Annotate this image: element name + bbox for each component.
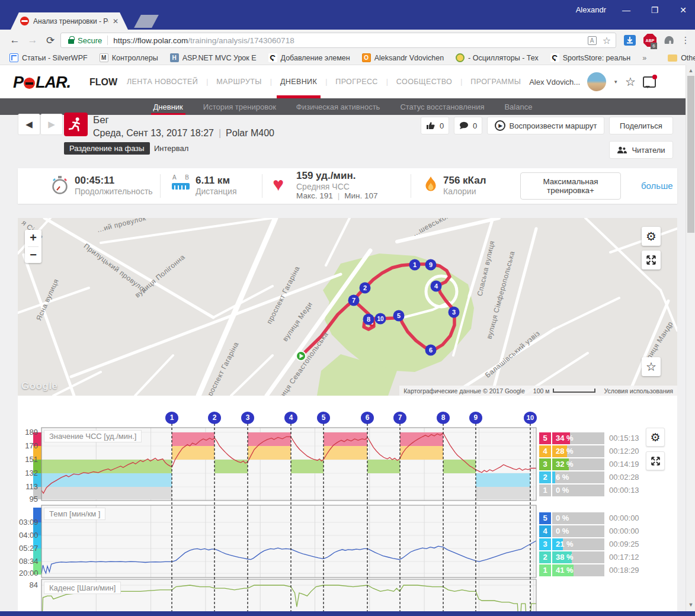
prev-session-button[interactable]: ◀ bbox=[18, 114, 40, 135]
training-benefit-button[interactable]: Максимальная тренировка+ bbox=[520, 172, 621, 200]
evernote-icon[interactable] bbox=[662, 34, 675, 47]
folder-icon bbox=[668, 54, 677, 62]
chart-fullscreen-button[interactable] bbox=[646, 451, 665, 470]
diary-subnav: Дневник История тренировок Физическая ак… bbox=[0, 98, 686, 115]
scroll-up-arrow[interactable]: ▲ bbox=[687, 67, 694, 74]
silverwpf-favicon bbox=[9, 53, 18, 62]
next-session-button[interactable]: ▶ bbox=[40, 114, 63, 135]
comment-button[interactable]: 0 bbox=[454, 117, 482, 134]
forward-icon[interactable]: → bbox=[25, 33, 40, 48]
zone-time: 00:17:12 bbox=[609, 551, 639, 563]
favorites-star-icon[interactable]: ☆ bbox=[625, 75, 636, 89]
nav-programs[interactable]: ПРОГРАММЫ bbox=[462, 65, 529, 98]
phase-number-badge: 10 bbox=[524, 412, 537, 424]
zone-percent: 32 % bbox=[556, 458, 574, 470]
phase-number-badge: 5 bbox=[317, 412, 330, 424]
scrollbar-thumb[interactable] bbox=[687, 76, 694, 233]
bookmark-item[interactable]: Ϛ SportsStore: реальн bbox=[546, 53, 636, 62]
flow-label[interactable]: FLOW bbox=[89, 77, 117, 88]
phase-number-badge: 8 bbox=[437, 412, 450, 424]
browser-tab[interactable]: Анализ тренировки - Po ✕ bbox=[11, 12, 128, 30]
tab-interval[interactable]: Интервал bbox=[154, 144, 188, 153]
download-extension-icon[interactable] bbox=[623, 34, 636, 47]
map-favorite-button[interactable]: ☆ bbox=[642, 357, 661, 376]
scroll-down-arrow[interactable]: ▼ bbox=[687, 601, 694, 608]
subnav-diary[interactable]: Дневник bbox=[153, 98, 183, 115]
bookmark-item[interactable]: H ASP.NET MVC Урок Е bbox=[165, 53, 261, 62]
window-close-button[interactable]: ✕ bbox=[673, 2, 693, 18]
bookmark-item[interactable]: Ϛ Добавление элемен bbox=[264, 53, 355, 62]
zone-percent: 0 % bbox=[556, 525, 569, 537]
zoom-out-button[interactable]: − bbox=[25, 247, 41, 264]
adblock-badge: 6 bbox=[651, 43, 657, 49]
zoom-in-button[interactable]: + bbox=[25, 230, 41, 246]
nav-progress[interactable]: ПРОГРЕСС bbox=[327, 65, 386, 98]
map-settings-button[interactable]: ⚙ bbox=[642, 227, 661, 246]
followers-button[interactable]: Читатели bbox=[609, 141, 673, 159]
map-fullscreen-button[interactable] bbox=[642, 251, 661, 270]
phase-number-badge: 9 bbox=[469, 412, 482, 424]
cyberforum-favicon: Ϛ bbox=[550, 53, 559, 62]
zone-percent: 28 % bbox=[556, 445, 574, 457]
subnav-balance[interactable]: Balance bbox=[504, 98, 532, 115]
chart-settings-button[interactable]: ⚙ bbox=[646, 428, 665, 447]
window-minimize-button[interactable]: — bbox=[616, 2, 636, 18]
bookmark-item[interactable]: Статьи - SilverWPF bbox=[5, 53, 92, 62]
chrome-profile-name[interactable]: Alexandr bbox=[576, 5, 606, 14]
play-route-button[interactable]: ▶ Воспроизвести маршрут bbox=[487, 117, 604, 134]
bottom-edge-bar bbox=[0, 611, 695, 616]
tab-close-icon[interactable]: ✕ bbox=[113, 17, 118, 25]
bookmark-item[interactable]: M Контроллеры bbox=[95, 53, 163, 62]
url-path: /training/analysis/1743060718 bbox=[188, 36, 294, 45]
back-icon[interactable]: ← bbox=[7, 33, 23, 48]
bookmark-item[interactable]: O Aleksandr Vdovichen bbox=[357, 53, 449, 62]
nav-feed[interactable]: ЛЕНТА НОВОСТЕЙ bbox=[118, 65, 206, 98]
cyberforum-favicon: Ϛ bbox=[268, 53, 277, 62]
zone-percent: 38 % bbox=[556, 551, 574, 563]
like-button[interactable]: 0 bbox=[421, 117, 449, 134]
star-icon: ☆ bbox=[646, 360, 656, 374]
phase-number-badge: 2 bbox=[208, 412, 221, 424]
window-maximize-button[interactable]: ❐ bbox=[645, 2, 665, 18]
bookmarks-overflow-chevron[interactable]: » bbox=[638, 54, 651, 62]
polar-logo[interactable]: PLAR. bbox=[13, 73, 71, 92]
zone-number: 3 bbox=[539, 538, 551, 550]
route-map[interactable]: 19247351086 Прилуцький провулок...ий про… bbox=[18, 218, 677, 396]
zone-percent: 21 % bbox=[556, 538, 574, 550]
tab-phases[interactable]: Разделение на фазы bbox=[64, 142, 150, 155]
play-icon: ▶ bbox=[495, 120, 505, 131]
avatar[interactable] bbox=[587, 72, 606, 91]
nav-diary[interactable]: ДНЕВНИК bbox=[272, 65, 325, 98]
translate-icon[interactable]: A bbox=[588, 36, 597, 45]
nav-routes[interactable]: МАРШРУТЫ bbox=[208, 65, 270, 98]
map-scale-label: 100 м bbox=[533, 387, 550, 394]
zone-time: 00:15:13 bbox=[609, 432, 639, 444]
map-terms-link[interactable]: Условия использования bbox=[600, 386, 677, 396]
more-link[interactable]: больше bbox=[641, 181, 673, 191]
m-favicon: M bbox=[100, 53, 108, 62]
page-scrollbar[interactable]: ▲ ▼ bbox=[686, 65, 695, 616]
y-axis-tick: 95 bbox=[19, 495, 38, 503]
zone-number: 4 bbox=[539, 525, 551, 537]
subnav-activity[interactable]: Физическая активность bbox=[296, 98, 380, 115]
bookmark-star-icon[interactable]: ☆ bbox=[603, 35, 611, 46]
notifications-chat-icon[interactable] bbox=[643, 76, 656, 88]
zone-percent: 34 % bbox=[556, 432, 574, 444]
chrome-menu-icon[interactable]: ⋮ bbox=[679, 33, 692, 48]
zone-row: 10 %00:00:13 bbox=[539, 485, 681, 496]
chevron-down-icon[interactable]: ▼ bbox=[613, 79, 618, 85]
bookmark-item[interactable]: - Осцилляторы - Тех bbox=[451, 53, 543, 62]
new-tab-button[interactable] bbox=[134, 15, 159, 28]
subnav-training-history[interactable]: История тренировок bbox=[203, 98, 276, 115]
other-bookmarks-button[interactable]: Other bookmarks bbox=[663, 54, 695, 62]
share-button[interactable]: Поделиться bbox=[609, 117, 673, 134]
map-zoom-control[interactable]: + − bbox=[25, 230, 41, 263]
phase-number-badge: 7 bbox=[393, 412, 406, 424]
reload-icon[interactable]: ⟳ bbox=[43, 33, 58, 48]
subnav-recovery-status[interactable]: Статус восстановления bbox=[400, 98, 484, 115]
nav-community[interactable]: СООБЩЕСТВО bbox=[388, 65, 460, 98]
y-axis-tick: 08:34 bbox=[19, 557, 38, 566]
user-name[interactable]: Alex Vdovich... bbox=[529, 78, 580, 86]
address-bar[interactable]: Secure https://flow.polar.com /training/… bbox=[60, 33, 616, 48]
polar-logo-o bbox=[24, 78, 35, 89]
